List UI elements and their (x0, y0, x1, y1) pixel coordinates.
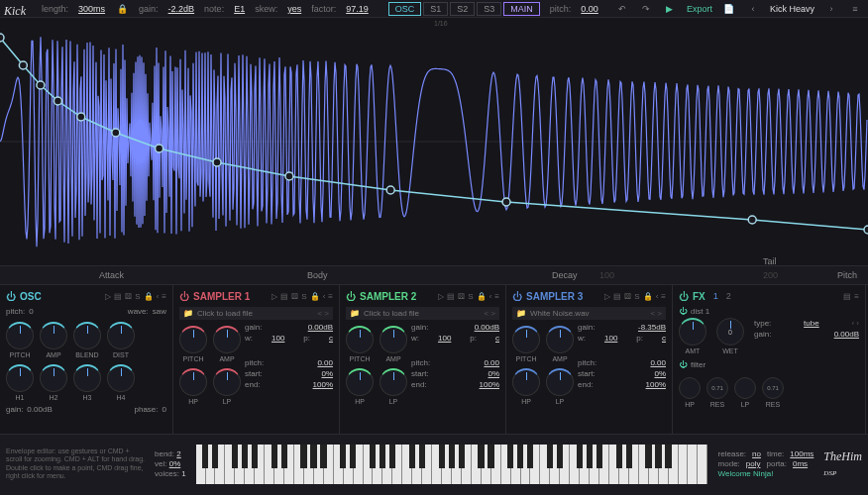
osc-h2-knob[interactable] (40, 364, 67, 392)
gain-value[interactable]: -2.2dB (168, 4, 195, 14)
porta-value[interactable]: 0ms (793, 459, 808, 468)
envelope-point[interactable] (37, 81, 45, 89)
sampler-pitch-knob[interactable] (346, 326, 374, 353)
chevron-left-icon[interactable]: ‹ (746, 2, 760, 16)
black-key[interactable] (557, 445, 563, 468)
black-key[interactable] (370, 445, 376, 468)
black-key[interactable] (409, 445, 415, 468)
osc-h3-knob[interactable] (73, 364, 101, 392)
osc-wave-value[interactable]: saw (153, 307, 166, 316)
black-key[interactable] (616, 445, 622, 468)
sampler-lp-knob[interactable] (380, 368, 407, 396)
menu-icon[interactable]: ≡ (848, 2, 862, 16)
envelope-point[interactable] (77, 113, 85, 121)
sampler-amp-knob[interactable] (380, 326, 407, 353)
fx-hp-knob[interactable] (679, 377, 701, 399)
chevron-left-icon[interactable]: ‹ (323, 292, 326, 301)
envelope-point[interactable] (748, 216, 756, 224)
sampler-file-slot[interactable]: 📁Click to load file (346, 307, 499, 320)
envelope-point[interactable] (112, 129, 120, 137)
fx-type-value[interactable]: tube (804, 319, 819, 328)
play-icon[interactable]: ▷ (438, 292, 444, 301)
black-key[interactable] (488, 445, 493, 468)
sampler-end-value[interactable]: 100% (313, 380, 333, 389)
fx-res2-knob[interactable]: 0.71 (762, 377, 784, 399)
black-key[interactable] (478, 445, 484, 468)
menu-icon[interactable]: ▤ (613, 292, 621, 301)
mode-value[interactable]: poly (746, 459, 761, 468)
factor-value[interactable]: 97.19 (346, 4, 369, 14)
black-key[interactable] (655, 445, 661, 468)
s-icon[interactable]: S (301, 292, 306, 301)
black-key[interactable] (320, 445, 326, 468)
white-key[interactable] (679, 445, 689, 484)
release-value[interactable]: no (752, 449, 761, 458)
envelope-point[interactable] (156, 145, 163, 152)
menu-icon[interactable]: ▤ (114, 292, 122, 301)
menu-icon[interactable]: ▤ (447, 292, 455, 301)
black-key[interactable] (340, 445, 346, 468)
osc-h4-knob[interactable] (107, 364, 135, 392)
envelope-point[interactable] (54, 97, 61, 105)
vel-value[interactable]: 0% (169, 459, 181, 468)
sampler-hp-knob[interactable] (179, 368, 207, 396)
sampler-file-slot[interactable]: 📁White Noise.wav (512, 307, 666, 320)
envelope-point[interactable] (386, 186, 394, 194)
dice-icon[interactable]: ⚄ (291, 292, 298, 301)
skew-value[interactable]: yes (287, 4, 301, 14)
list-icon[interactable]: ▤ (843, 292, 851, 301)
menu-icon[interactable]: ▤ (280, 292, 288, 301)
sampler-gain-value[interactable]: -8.35dB (638, 323, 666, 332)
sampler-lp-knob[interactable] (546, 368, 574, 396)
list-icon[interactable]: ≡ (494, 292, 499, 301)
sampler-power-icon[interactable]: ⏻ (179, 291, 189, 301)
bend-value[interactable]: 2 (176, 449, 180, 458)
sampler-lp-knob[interactable] (213, 368, 241, 396)
list-icon[interactable]: ≡ (328, 292, 333, 301)
chevron-left-icon[interactable]: ‹ (157, 292, 160, 301)
sampler-hp-knob[interactable] (512, 368, 540, 396)
tab-s2[interactable]: S2 (450, 2, 475, 16)
black-key[interactable] (281, 445, 287, 468)
tab-osc[interactable]: OSC (388, 2, 422, 16)
lock-icon[interactable]: 🔒 (144, 292, 154, 301)
fx-lp-knob[interactable] (734, 377, 756, 399)
black-key[interactable] (271, 445, 277, 468)
osc-gain-value[interactable]: 0.00dB (27, 405, 52, 414)
osc-pitch-value[interactable]: 0 (29, 307, 33, 316)
osc-amp-knob[interactable] (40, 322, 67, 349)
sampler-file-slot[interactable]: 📁Click to load file (179, 307, 333, 320)
envelope-point[interactable] (285, 172, 293, 180)
osc-pitch-knob[interactable] (6, 322, 34, 349)
black-key[interactable] (310, 445, 316, 468)
dice-icon[interactable]: ⚄ (125, 292, 132, 301)
black-key[interactable] (517, 445, 523, 468)
black-key[interactable] (449, 445, 455, 468)
envelope-point[interactable] (213, 158, 221, 166)
black-key[interactable] (300, 445, 306, 468)
sampler-hp-knob[interactable] (346, 368, 374, 396)
black-key[interactable] (350, 445, 356, 468)
black-key[interactable] (626, 445, 632, 468)
new-file-icon[interactable]: 📄 (722, 2, 736, 16)
list-icon[interactable]: ≡ (162, 292, 166, 301)
osc-power-icon[interactable]: ⏻ (6, 291, 16, 301)
osc-blend-knob[interactable] (73, 322, 101, 349)
dice-icon[interactable]: ⚄ (624, 292, 631, 301)
chevron-left-icon[interactable]: ‹ (656, 292, 659, 301)
sampler-pitch-knob[interactable] (179, 326, 207, 353)
fx-wet-knob[interactable]: 0 (716, 318, 744, 346)
fx-slot-1[interactable]: 1 (713, 291, 718, 301)
sampler-end-value[interactable]: 100% (480, 380, 499, 389)
sampler-end-value[interactable]: 100% (646, 380, 666, 389)
sampler-start-value[interactable]: 0% (654, 369, 666, 378)
chevron-right-icon[interactable]: › (824, 2, 838, 16)
export-button[interactable]: Export (687, 4, 712, 14)
fx-power-icon[interactable]: ⏻ (679, 291, 689, 301)
osc-phase-value[interactable]: 0 (163, 405, 166, 414)
black-key[interactable] (212, 445, 218, 468)
sampler-pitch-knob[interactable] (512, 326, 540, 353)
black-key[interactable] (252, 445, 258, 468)
black-key[interactable] (419, 445, 425, 468)
s-icon[interactable]: S (135, 292, 140, 301)
